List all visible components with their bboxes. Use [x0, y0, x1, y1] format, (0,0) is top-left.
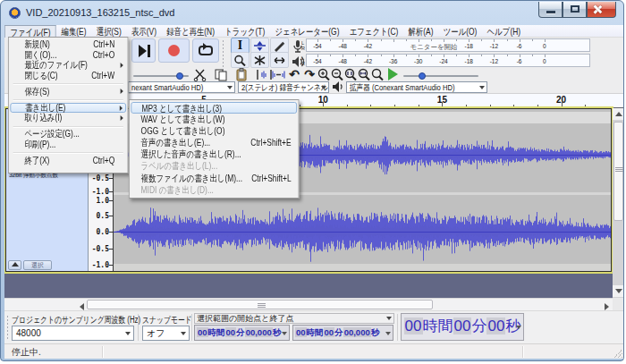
zoom-tool-button[interactable]: [231, 52, 250, 68]
multi-tool-button[interactable]: [250, 52, 269, 68]
export-menu-item-0[interactable]: MP3 として書き出し(3): [131, 102, 297, 114]
menubar-item-5[interactable]: トラック(T): [220, 25, 270, 38]
file-menu-item-11[interactable]: 印刷(P)...: [10, 140, 126, 150]
selection-end-time[interactable]: 00時間00分00,000秒: [292, 325, 393, 341]
menu-bar: ファイル(F)編集(E)選択(S)表示(V)録音と再生(N)トラック(T)ジェネ…: [4, 25, 623, 38]
menubar-item-2[interactable]: 選択(S): [91, 25, 126, 38]
horizontal-scrollbar[interactable]: [4, 298, 613, 310]
menubar-item-9[interactable]: ツール(O): [438, 25, 482, 38]
file-menu-item-8[interactable]: 取り込み(I): [10, 113, 126, 123]
recording-channels-combo[interactable]: 2(ステレオ) 録音チャンネル: [238, 81, 329, 93]
skip-to-end-button[interactable]: [131, 38, 156, 63]
recording-device-combo[interactable]: nexant SmartAudio HD): [128, 81, 235, 93]
resize-grip[interactable]: [613, 349, 622, 358]
timeshift-tool-button[interactable]: [270, 52, 289, 68]
project-rate-label: プロジェクトのサンプリング周波数 (Hz): [12, 314, 140, 326]
selection-start-time[interactable]: 00時間00分00,000秒: [194, 325, 290, 341]
menubar-item-7[interactable]: エフェクト(C): [344, 25, 403, 38]
menubar-item-6[interactable]: ジェネレーター(G): [270, 25, 344, 38]
scroll-up-arrow[interactable]: [613, 108, 623, 120]
playback-meter[interactable]: -54-48-42-36-30-24-18-12-60: [306, 54, 590, 67]
vertical-scrollbar[interactable]: [613, 108, 623, 298]
waveform-channel-2[interactable]: [114, 195, 611, 271]
snap-mode-label: スナップモード: [142, 314, 192, 326]
export-menu-item-2[interactable]: OGG として書き出し(O): [131, 125, 297, 137]
menubar-item-1[interactable]: 編集(E): [56, 25, 91, 38]
file-menu-item-5[interactable]: 保存(S): [10, 87, 126, 97]
menubar-item-8[interactable]: 解析(A): [403, 25, 438, 38]
track-select-button[interactable]: 選択: [23, 260, 52, 270]
file-menu-item-0[interactable]: 新規(N)Ctrl+N: [10, 39, 126, 50]
menubar-item-3[interactable]: 表示(V): [126, 25, 161, 38]
selection-range-header[interactable]: 選択範囲の開始点と終了点: [194, 313, 394, 324]
window-title: VID_20210913_163215_ntsc_dvd: [26, 7, 174, 18]
file-menu-item-13[interactable]: 終了(X)Ctrl+Q: [10, 156, 126, 166]
track-collapse-button[interactable]: [8, 260, 21, 270]
close-button[interactable]: [587, 2, 616, 18]
snap-mode-combo[interactable]: オフ: [142, 326, 190, 341]
selection-toolbar: プロジェクトのサンプリング周波数 (Hz) 48000 スナップモード オフ 選…: [4, 310, 623, 343]
export-submenu-popup: MP3 として書き出し(3)WAV として書き出し(W)OGG として書き出し(…: [129, 99, 299, 199]
playback-device-combo[interactable]: 拡声器 (Conexant SmartAudio HD): [346, 81, 487, 93]
file-menu-item-2[interactable]: 最近のファイル(F): [10, 60, 126, 71]
record-meter[interactable]: モニターを開始-54-48-42-18-12-60: [306, 38, 590, 52]
scroll-down-arrow[interactable]: [613, 285, 623, 297]
export-menu-item-3[interactable]: 音声の書き出し(E)...Ctrl+Shift+E: [131, 137, 297, 148]
audacity-icon: [9, 7, 21, 19]
minimize-button[interactable]: [538, 2, 563, 18]
export-menu-item-1[interactable]: WAV として書き出し(W): [131, 114, 297, 125]
file-menu-item-10[interactable]: ページ設定(G)...: [10, 129, 126, 140]
mixer-volume-thumb[interactable]: [176, 72, 183, 80]
project-rate-combo[interactable]: 48000: [12, 326, 134, 341]
file-menu-item-3[interactable]: 閉じる(C)Ctrl+W: [10, 71, 126, 81]
export-menu-item-4[interactable]: 選択した音声の書き出し(R)...: [131, 148, 297, 160]
file-menu-popup: 新規(N)Ctrl+N開く(O)...Ctrl+O最近のファイル(F)閉じる(C…: [8, 37, 128, 174]
export-menu-item-7[interactable]: MIDI の書き出し(D)...: [131, 184, 297, 196]
export-menu-item-5[interactable]: ラベルの書き出し(L)...: [131, 160, 297, 172]
menubar-item-4[interactable]: 録音と再生(N): [162, 25, 220, 38]
status-text: 停止中.: [12, 346, 41, 359]
window-frame: VID_20210913_163215_ntsc_dvd ファイル(F)編集(E…: [0, 0, 624, 361]
horizontal-scroll-thumb[interactable]: [87, 300, 433, 309]
title-bar[interactable]: VID_20210913_163215_ntsc_dvd: [3, 2, 622, 25]
menubar-item-10[interactable]: ヘルプ(H): [482, 25, 526, 38]
play-speed-slider[interactable]: [403, 75, 478, 77]
status-bar: 停止中.: [4, 343, 623, 359]
maximize-button[interactable]: [563, 2, 587, 18]
loop-button[interactable]: [192, 38, 219, 63]
export-menu-item-6[interactable]: 複数ファイルの書き出し(M)...Ctrl+Shift+L: [131, 173, 297, 184]
vertical-scroll-thumb[interactable]: [613, 122, 623, 221]
audio-position-display[interactable]: 00時間00分00秒: [401, 313, 524, 341]
record-button[interactable]: [158, 38, 190, 63]
play-speed-thumb[interactable]: [419, 72, 426, 80]
menubar-item-0[interactable]: ファイル(F): [4, 25, 56, 38]
